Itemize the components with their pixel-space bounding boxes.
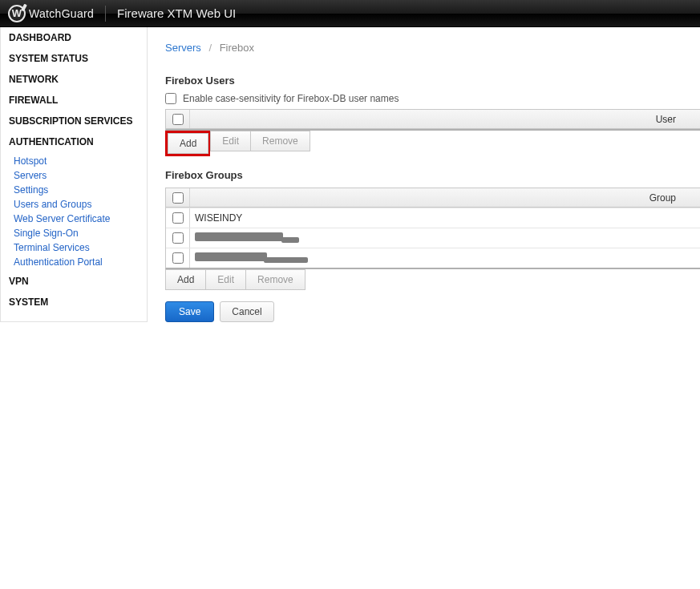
nav-authentication[interactable]: AUTHENTICATION [1,131,147,152]
nav-hotspot[interactable]: Hotspot [14,154,147,168]
nav-firewall[interactable]: FIREWALL [1,90,147,111]
nav-subscription-services[interactable]: SUBSCRIPTION SERVICES [1,111,147,131]
nav-network[interactable]: NETWORK [1,69,147,90]
group-row-name [190,252,700,264]
cancel-button[interactable]: Cancel [220,301,273,322]
nav-vpn[interactable]: VPN [1,271,147,292]
table-row[interactable] [166,248,700,268]
nav-users-and-groups[interactable]: Users and Groups [14,197,147,212]
nav-system-status[interactable]: SYSTEM STATUS [1,48,147,69]
users-button-row: Add Edit Remove [165,131,700,156]
group-row-name [190,232,700,244]
table-row[interactable] [166,228,700,248]
breadcrumb: Servers / Firebox [165,42,700,54]
users-column-header: User [190,114,700,125]
topbar: WatchGuard Fireware XTM Web UI [0,0,700,27]
nav-dashboard[interactable]: DASHBOARD [1,27,147,48]
main-content: Servers / Firebox Firebox Users Enable c… [148,27,700,322]
group-row-checkbox[interactable] [172,212,184,224]
brand-logo: WatchGuard [8,5,94,22]
users-remove-button[interactable]: Remove [250,131,310,151]
topbar-separator [105,6,106,22]
save-button[interactable]: Save [165,301,214,322]
app-title: Fireware XTM Web UI [117,6,236,20]
nav-system[interactable]: SYSTEM [1,292,147,313]
nav-servers[interactable]: Servers [14,168,147,183]
nav-settings[interactable]: Settings [14,183,147,197]
groups-add-button[interactable]: Add [165,269,206,290]
nav-authentication-sub: Hotspot Servers Settings Users and Group… [1,152,147,271]
watchguard-logo-icon [8,5,26,22]
users-select-all-checkbox[interactable] [172,114,184,125]
case-sensitivity-checkbox[interactable] [165,93,176,104]
group-row-name: WISEINDY [190,212,700,224]
users-title: Firebox Users [165,75,700,87]
group-row-checkbox[interactable] [172,252,184,264]
nav-authentication-portal[interactable]: Authentication Portal [14,255,147,269]
users-edit-button[interactable]: Edit [210,131,251,151]
breadcrumb-current: Firebox [220,42,254,54]
groups-button-row: Add Edit Remove [165,269,700,290]
groups-grid: Group WISEINDY [165,188,700,269]
nav-terminal-services[interactable]: Terminal Services [14,240,147,255]
groups-select-all-checkbox[interactable] [172,192,184,204]
nav-web-server-certificate[interactable]: Web Server Certificate [14,212,147,226]
group-row-checkbox[interactable] [172,232,184,244]
groups-remove-button[interactable]: Remove [245,269,305,290]
brand-name: WatchGuard [29,7,94,20]
users-grid-header: User [166,110,700,129]
groups-column-header: Group [190,192,700,204]
breadcrumb-separator: / [208,42,212,54]
groups-title: Firebox Groups [165,169,700,181]
breadcrumb-parent[interactable]: Servers [165,42,201,54]
users-grid: User [165,109,700,131]
table-row[interactable]: WISEINDY [166,208,700,228]
groups-grid-header: Group [166,188,700,208]
case-sensitivity-label: Enable case-sensitivity for Firebox-DB u… [183,93,399,104]
nav-single-sign-on[interactable]: Single Sign-On [14,226,147,240]
sidebar: DASHBOARD SYSTEM STATUS NETWORK FIREWALL… [0,27,148,322]
users-add-button[interactable]: Add [168,133,208,154]
groups-edit-button[interactable]: Edit [205,269,246,290]
highlight-box: Add [165,131,210,156]
form-actions: Save Cancel [165,301,700,322]
